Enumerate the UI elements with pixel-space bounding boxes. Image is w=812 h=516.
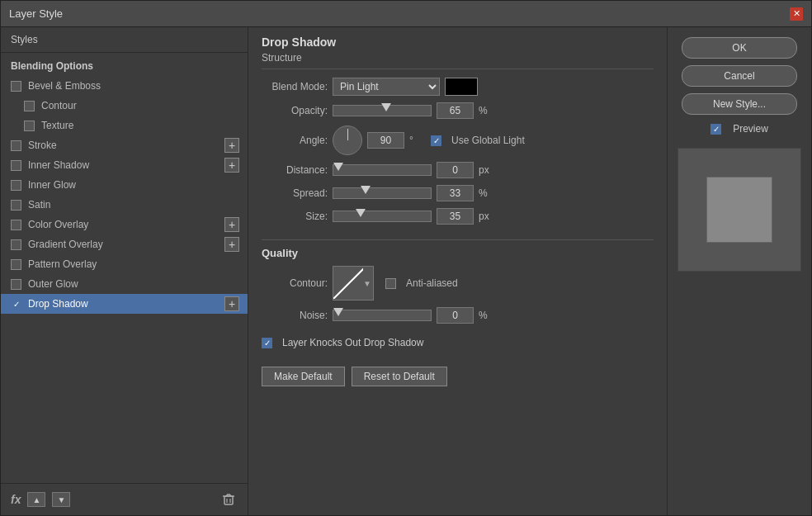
blend-mode-color-swatch[interactable] [445, 78, 478, 96]
texture-label: Texture [41, 120, 73, 131]
distance-slider-thumb[interactable] [333, 163, 343, 171]
texture-checkbox[interactable] [24, 121, 35, 131]
drop-shadow-plus-button[interactable]: + [224, 296, 239, 311]
sidebar-item-contour[interactable]: Contour [1, 96, 248, 116]
color-overlay-label: Color Overlay [28, 219, 88, 230]
size-slider[interactable] [333, 211, 432, 222]
preview-row: ✓ Preview [710, 123, 768, 135]
spread-slider[interactable] [333, 187, 432, 199]
move-down-button[interactable]: ▼ [52, 492, 70, 507]
sidebar-item-texture[interactable]: Texture [1, 116, 248, 135]
opacity-input[interactable]: 65 [437, 102, 474, 119]
sidebar-item-inner-shadow[interactable]: Inner Shadow + [1, 155, 248, 175]
noise-input[interactable] [437, 307, 474, 324]
contour-checkbox[interactable] [24, 101, 35, 111]
layer-list: Blending Options Bevel & Emboss Contour … [1, 53, 248, 483]
anti-aliased-checkbox[interactable] [385, 278, 396, 289]
noise-label: Noise: [262, 310, 328, 321]
pattern-overlay-checkbox[interactable] [11, 259, 21, 270]
outer-glow-checkbox[interactable] [11, 279, 21, 290]
styles-header: Styles [1, 27, 248, 53]
sidebar-item-drop-shadow[interactable]: ✓ Drop Shadow + [1, 294, 248, 314]
contour-dropdown-arrow: ▼ [363, 279, 371, 288]
noise-slider-thumb[interactable] [333, 308, 343, 316]
delete-button[interactable] [220, 490, 238, 509]
opacity-slider-thumb[interactable] [381, 103, 391, 111]
angle-input[interactable] [367, 132, 404, 149]
sidebar-item-stroke[interactable]: Stroke + [1, 135, 248, 155]
sidebar-item-outer-glow[interactable]: Outer Glow [1, 274, 248, 294]
bottom-actions: Make Default Reset to Default [262, 367, 654, 386]
make-default-button[interactable]: Make Default [262, 367, 345, 386]
blend-mode-group: Blend Mode: Pin Light Normal Multiply Sc… [262, 78, 654, 96]
move-up-button[interactable]: ▲ [27, 492, 45, 507]
angle-dial[interactable] [333, 125, 362, 155]
distance-group: Distance: px [262, 162, 654, 178]
inner-shadow-checkbox[interactable] [11, 160, 21, 171]
layer-style-dialog: Layer Style ✕ Styles Blending Options Be… [0, 0, 812, 516]
spread-unit: % [479, 187, 495, 199]
gradient-overlay-checkbox[interactable] [11, 239, 21, 250]
spread-slider-thumb[interactable] [361, 186, 371, 194]
blend-mode-label: Blend Mode: [262, 81, 328, 92]
layer-knocks-checkbox[interactable]: ✓ [262, 338, 272, 348]
angle-label: Angle: [262, 135, 328, 146]
size-input[interactable] [437, 208, 474, 225]
sidebar-item-inner-glow[interactable]: Inner Glow [1, 175, 248, 195]
preview-box [677, 148, 801, 272]
drop-shadow-checkbox[interactable]: ✓ [11, 299, 21, 310]
contour-label: Contour [41, 100, 77, 111]
use-global-light-label[interactable]: ✓ Use Global Light [431, 135, 525, 146]
gradient-overlay-plus-button[interactable]: + [224, 237, 239, 252]
contour-dropdown[interactable]: ▼ [333, 266, 374, 301]
ok-button[interactable]: OK [682, 37, 797, 59]
stroke-plus-button[interactable]: + [224, 138, 239, 153]
new-style-button[interactable]: New Style... [682, 93, 797, 115]
use-global-light-checkbox[interactable]: ✓ [431, 135, 441, 146]
gradient-overlay-label: Gradient Overlay [28, 239, 103, 250]
size-group: Size: px [262, 208, 654, 225]
distance-slider[interactable] [333, 164, 432, 176]
inner-shadow-label: Inner Shadow [28, 159, 89, 171]
preview-checkbox[interactable]: ✓ [710, 124, 721, 135]
reset-default-button[interactable]: Reset to Default [352, 367, 447, 386]
sidebar-item-pattern-overlay[interactable]: Pattern Overlay [1, 254, 248, 274]
contour-group: Contour: ▼ Anti-aliased [262, 266, 654, 301]
close-button[interactable]: ✕ [790, 7, 803, 21]
sidebar-item-bevel-emboss[interactable]: Bevel & Emboss [1, 76, 248, 96]
sidebar-item-blending-options[interactable]: Blending Options [1, 56, 248, 76]
cancel-button[interactable]: Cancel [682, 65, 797, 87]
inner-glow-checkbox[interactable] [11, 180, 21, 191]
opacity-group: Opacity: 65 % [262, 102, 654, 119]
satin-checkbox[interactable] [11, 200, 21, 211]
layer-knocks-label: Layer Knocks Out Drop Shadow [282, 337, 423, 348]
size-slider-thumb[interactable] [356, 209, 366, 217]
sidebar-item-gradient-overlay[interactable]: Gradient Overlay + [1, 234, 248, 254]
drop-shadow-label: Drop Shadow [28, 298, 88, 310]
center-panel: Drop Shadow Structure Blend Mode: Pin Li… [248, 27, 667, 515]
blend-mode-select[interactable]: Pin Light Normal Multiply Screen Overlay [333, 78, 440, 96]
size-label: Size: [262, 211, 328, 222]
noise-slider-container [333, 310, 432, 321]
noise-slider[interactable] [333, 310, 432, 321]
left-panel-footer: fx ▲ ▼ [1, 483, 248, 515]
distance-input[interactable] [437, 162, 474, 178]
fx-icon[interactable]: fx [11, 493, 21, 506]
sidebar-item-satin[interactable]: Satin [1, 195, 248, 215]
pattern-overlay-label: Pattern Overlay [28, 258, 97, 270]
anti-aliased-label[interactable]: Anti-aliased [385, 277, 458, 289]
contour-preview-svg [333, 267, 363, 299]
spread-input[interactable] [437, 185, 474, 201]
preview-inner-shape [706, 177, 772, 243]
bevel-emboss-label: Bevel & Emboss [28, 80, 101, 92]
inner-shadow-plus-button[interactable]: + [224, 158, 239, 173]
opacity-label: Opacity: [262, 105, 328, 116]
opacity-slider[interactable] [333, 105, 432, 116]
color-overlay-plus-button[interactable]: + [224, 217, 239, 232]
bevel-emboss-checkbox[interactable] [11, 81, 21, 92]
stroke-checkbox[interactable] [11, 140, 21, 151]
use-global-light-text: Use Global Light [451, 135, 525, 146]
color-overlay-checkbox[interactable] [11, 220, 21, 230]
sidebar-item-color-overlay[interactable]: Color Overlay + [1, 215, 248, 234]
dialog-title: Layer Style [9, 7, 63, 20]
